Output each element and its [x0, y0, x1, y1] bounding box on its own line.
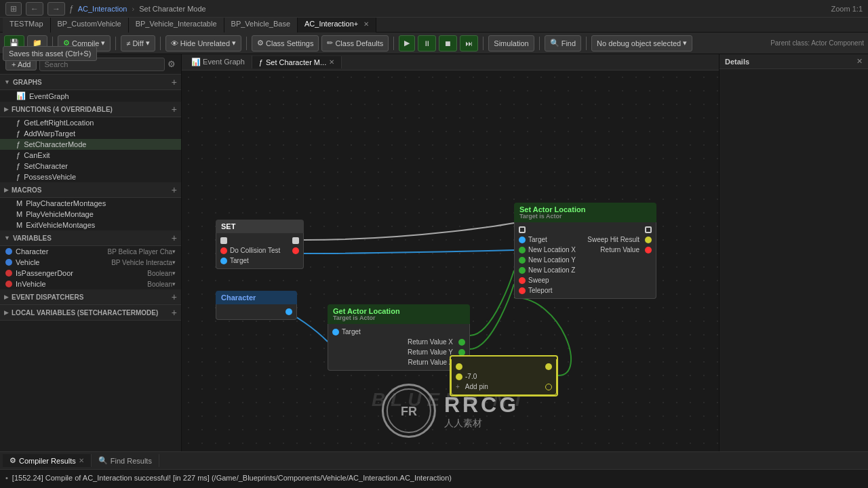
set-actor-rv-pin[interactable] — [645, 247, 652, 253]
debug-arrow: ▾ — [683, 39, 687, 47]
var-vehicle-expand[interactable]: ▾ — [172, 259, 176, 266]
get-actor-ry-label: Return Value Y — [332, 348, 453, 356]
class-settings-button[interactable]: ⚙ Class Settings — [252, 35, 319, 52]
set-actor-target-row: Target Sweep Hit Result — [515, 235, 656, 245]
func-icon-3: ƒ — [16, 140, 20, 148]
canvas-tab-event-graph[interactable]: 📊 Event Graph — [184, 56, 252, 68]
set-actor-nx-pin[interactable] — [519, 247, 526, 253]
func-canexit[interactable]: ƒ CanExit — [0, 150, 181, 161]
get-actor-location-node[interactable]: Get Actor Location Target is Actor Targe… — [328, 304, 470, 371]
set-target-pin[interactable] — [220, 258, 227, 264]
set-actor-exec-out[interactable] — [645, 226, 652, 233]
make-vec-addpin-btn[interactable] — [545, 384, 552, 390]
char-out-pin[interactable] — [285, 308, 292, 315]
get-actor-target-pin[interactable] — [332, 329, 339, 336]
details-close-icon[interactable]: ✕ — [856, 57, 863, 66]
macro-exitveh[interactable]: M ExitVehicleMontages — [0, 220, 181, 230]
macro-playchar[interactable]: M PlayCharacterMontages — [0, 198, 181, 209]
var-character-label: Character — [16, 247, 108, 256]
find-button[interactable]: 🔍 Find — [545, 35, 581, 52]
simulation-button[interactable]: Simulation — [488, 35, 534, 52]
set-actor-ny-pin[interactable] — [519, 257, 526, 264]
play-button[interactable]: ▶ — [399, 35, 415, 52]
event-graph-item[interactable]: 📊 EventGraph — [0, 90, 181, 102]
var-vehicle-dot — [5, 259, 12, 266]
get-actor-ry-pin[interactable] — [458, 349, 465, 356]
vars-add-icon[interactable]: + — [172, 232, 177, 243]
var-vehicle[interactable]: Vehicle BP Vehicle Interacta ▾ — [0, 257, 181, 268]
set-actor-teleport-pin[interactable] — [519, 287, 526, 294]
func-setcharacter[interactable]: ƒ SetCharacter — [0, 161, 181, 171]
canvas-tab-setcharmode[interactable]: ƒ Set Character M... ✕ — [252, 56, 342, 68]
set-collision-out-pin[interactable] — [292, 247, 299, 254]
ed-add-icon[interactable]: + — [172, 291, 177, 302]
class-defaults-button[interactable]: ✏ Class Defaults — [321, 35, 389, 52]
set-actor-location-node[interactable]: Set Actor Location Target is Actor Targe… — [514, 203, 656, 299]
compiler-close[interactable]: ✕ — [79, 457, 84, 464]
var-invehicle[interactable]: InVehicle Boolean ▾ — [0, 279, 181, 289]
find-results-tab[interactable]: 🔍 Find Results — [92, 454, 159, 467]
settings-icon[interactable]: ⚙ — [167, 59, 176, 69]
debug-object-button[interactable]: No debug object selected ▾ — [591, 35, 692, 52]
make-vec-val-in[interactable] — [456, 373, 462, 380]
get-actor-ry-row: Return Value Y — [328, 347, 469, 357]
func-addwarp[interactable]: ƒ AddWarpTarget — [0, 128, 181, 139]
details-header: Details ✕ — [719, 54, 868, 69]
var-inveh-expand[interactable]: ▾ — [172, 281, 176, 287]
var-ispd-expand[interactable]: ▾ — [172, 270, 176, 277]
var-character[interactable]: Character BP Belica Player Cha ▾ — [0, 246, 181, 257]
func-setcharmode[interactable]: ƒ SetCharacterMode — [0, 139, 181, 150]
get-actor-body: Target Return Value X Return Value Y Ret… — [328, 324, 470, 371]
var-character-expand[interactable]: ▾ — [172, 248, 176, 255]
stop-button[interactable]: ⏹ — [439, 35, 457, 52]
canvas-tab1-icon: 📊 — [191, 58, 201, 66]
get-actor-rx-pin[interactable] — [458, 339, 465, 346]
diff-button[interactable]: ≠ Diff ▾ — [121, 35, 155, 52]
pause-button[interactable]: ⏸ — [418, 35, 436, 52]
step-button[interactable]: ⏭ — [460, 35, 478, 52]
macros-add-icon[interactable]: + — [172, 184, 177, 195]
macro-playveh[interactable]: M PlayVehicleMontage — [0, 209, 181, 220]
func-label-5: SetCharacter — [24, 162, 68, 170]
compiler-results-tab[interactable]: ⚙ Compiler Results ✕ — [3, 454, 92, 467]
get-actor-header: Get Actor Location Target is Actor — [328, 304, 470, 324]
set-collision-pin[interactable] — [220, 247, 227, 254]
set-actor-exec-in[interactable] — [519, 226, 526, 233]
diff-icon: ≠ — [126, 39, 130, 47]
func-getleftright[interactable]: ƒ GetLeftRightLocation — [0, 117, 181, 128]
canvas-tab2-close[interactable]: ✕ — [329, 58, 334, 66]
set-actor-nz-pin[interactable] — [519, 267, 526, 274]
tab-ac-close[interactable]: ✕ — [363, 20, 369, 28]
graphs-arrow: ▼ — [4, 79, 10, 85]
graphs-add-icon[interactable]: + — [172, 77, 177, 87]
set-actor-sweep-hit-pin[interactable] — [645, 237, 652, 243]
functions-section[interactable]: ▶ FUNCTIONS (4 OVERRIDABLE) + — [0, 102, 181, 117]
variables-section[interactable]: ▼ VARIABLES + — [0, 230, 181, 246]
get-actor-target-row: Target — [328, 327, 469, 337]
set-actor-target-pin[interactable] — [519, 237, 526, 243]
sep6 — [483, 37, 484, 50]
set-actor-sweep-pin[interactable] — [519, 277, 526, 284]
graphs-section[interactable]: ▼ GRAPHS + — [0, 75, 181, 90]
func-possessvehicle[interactable]: ƒ PossessVehicle — [0, 171, 181, 182]
set-exec-out-pin[interactable] — [292, 237, 299, 244]
var-ispassengerdoor[interactable]: IsPassengerDoor Boolean ▾ — [0, 268, 181, 279]
make-vec-in-pin[interactable] — [456, 363, 462, 370]
make-vec-out-pin[interactable] — [545, 363, 552, 370]
blueprint-canvas[interactable]: SET Do Collision Test — [182, 70, 719, 451]
set-exec-in-pin[interactable] — [220, 237, 227, 244]
macros-section[interactable]: ▶ MACROS + — [0, 182, 181, 198]
character-node[interactable]: Character — [216, 291, 297, 320]
ed-title: EVENT DISPATCHERS — [12, 293, 172, 301]
local-variables-section[interactable]: ▶ LOCAL VARIABLES (SETCHARACTERMODE) + — [0, 305, 181, 321]
lv-add-icon[interactable]: + — [172, 307, 177, 318]
set-node[interactable]: SET Do Collision Test — [216, 220, 304, 269]
event-dispatchers-section[interactable]: ▶ EVENT DISPATCHERS + — [0, 289, 181, 305]
vars-title: VARIABLES — [13, 235, 172, 242]
rrcg-logo: FR RRCG 人人素材 — [382, 384, 519, 438]
bottom-panel: • [1552.24] Compile of AC_Interaction su… — [0, 469, 868, 488]
functions-add-icon[interactable]: + — [172, 104, 177, 115]
lv-title: LOCAL VARIABLES (SETCHARACTERMODE) — [12, 309, 172, 317]
var-ispd-label: IsPassengerDoor — [16, 269, 147, 277]
hide-unrelated-button[interactable]: 👁 Hide Unrelated ▾ — [165, 35, 241, 52]
